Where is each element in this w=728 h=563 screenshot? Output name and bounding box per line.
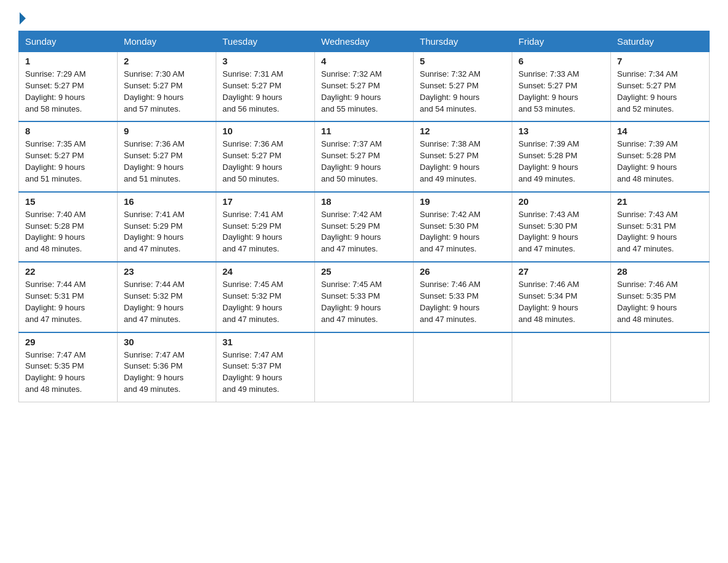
day-info: Sunrise: 7:40 AMSunset: 5:28 PMDaylight:… — [25, 209, 111, 255]
day-info: Sunrise: 7:43 AMSunset: 5:30 PMDaylight:… — [518, 209, 604, 255]
day-number: 21 — [617, 196, 703, 207]
page-header — [18, 12, 710, 25]
header-tuesday: Tuesday — [216, 31, 315, 52]
calendar-day-cell: 3Sunrise: 7:31 AMSunset: 5:27 PMDaylight… — [216, 52, 315, 122]
day-info: Sunrise: 7:46 AMSunset: 5:34 PMDaylight:… — [518, 279, 604, 325]
calendar-day-cell: 25Sunrise: 7:45 AMSunset: 5:33 PMDayligh… — [315, 262, 414, 332]
header-monday: Monday — [118, 31, 216, 52]
day-number: 29 — [25, 337, 111, 347]
day-info: Sunrise: 7:42 AMSunset: 5:29 PMDaylight:… — [321, 209, 407, 255]
calendar-day-cell: 19Sunrise: 7:42 AMSunset: 5:30 PMDayligh… — [414, 192, 512, 262]
day-number: 7 — [617, 56, 703, 66]
calendar-day-cell: 9Sunrise: 7:36 AMSunset: 5:27 PMDaylight… — [118, 121, 216, 191]
day-number: 28 — [617, 266, 703, 277]
calendar-day-cell: 29Sunrise: 7:47 AMSunset: 5:35 PMDayligh… — [19, 332, 118, 402]
day-info: Sunrise: 7:36 AMSunset: 5:27 PMDaylight:… — [222, 139, 308, 185]
calendar-day-cell: 26Sunrise: 7:46 AMSunset: 5:33 PMDayligh… — [414, 262, 512, 332]
day-number: 16 — [124, 196, 210, 207]
day-info: Sunrise: 7:42 AMSunset: 5:30 PMDaylight:… — [420, 209, 506, 255]
calendar-day-cell: 17Sunrise: 7:41 AMSunset: 5:29 PMDayligh… — [216, 192, 315, 262]
day-number: 27 — [518, 266, 604, 277]
day-info: Sunrise: 7:31 AMSunset: 5:27 PMDaylight:… — [222, 69, 308, 115]
day-number: 25 — [321, 266, 407, 277]
calendar-day-cell: 31Sunrise: 7:47 AMSunset: 5:37 PMDayligh… — [216, 332, 315, 402]
header-wednesday: Wednesday — [315, 31, 414, 52]
header-thursday: Thursday — [414, 31, 512, 52]
day-info: Sunrise: 7:34 AMSunset: 5:27 PMDaylight:… — [617, 69, 703, 115]
day-info: Sunrise: 7:46 AMSunset: 5:33 PMDaylight:… — [420, 279, 506, 325]
calendar-day-cell: 22Sunrise: 7:44 AMSunset: 5:31 PMDayligh… — [19, 262, 118, 332]
logo-arrow-icon — [20, 12, 26, 25]
calendar-day-cell: 20Sunrise: 7:43 AMSunset: 5:30 PMDayligh… — [512, 192, 611, 262]
weekday-header-row: Sunday Monday Tuesday Wednesday Thursday… — [19, 31, 710, 52]
day-number: 10 — [222, 126, 308, 136]
day-number: 13 — [518, 126, 604, 136]
day-number: 24 — [222, 266, 308, 277]
day-number: 30 — [124, 337, 210, 347]
day-number: 9 — [124, 126, 210, 136]
day-number: 5 — [420, 56, 506, 66]
day-info: Sunrise: 7:32 AMSunset: 5:27 PMDaylight:… — [420, 69, 506, 115]
day-number: 11 — [321, 126, 407, 136]
calendar-day-cell: 10Sunrise: 7:36 AMSunset: 5:27 PMDayligh… — [216, 121, 315, 191]
calendar-week-row: 22Sunrise: 7:44 AMSunset: 5:31 PMDayligh… — [19, 262, 710, 332]
calendar-week-row: 8Sunrise: 7:35 AMSunset: 5:27 PMDaylight… — [19, 121, 710, 191]
day-info: Sunrise: 7:44 AMSunset: 5:32 PMDaylight:… — [124, 279, 210, 325]
day-info: Sunrise: 7:47 AMSunset: 5:37 PMDaylight:… — [222, 350, 308, 396]
calendar-day-cell: 11Sunrise: 7:37 AMSunset: 5:27 PMDayligh… — [315, 121, 414, 191]
calendar-day-cell: 13Sunrise: 7:39 AMSunset: 5:28 PMDayligh… — [512, 121, 611, 191]
calendar-day-cell: 1Sunrise: 7:29 AMSunset: 5:27 PMDaylight… — [19, 52, 118, 122]
calendar-week-row: 29Sunrise: 7:47 AMSunset: 5:35 PMDayligh… — [19, 332, 710, 402]
calendar-day-cell: 5Sunrise: 7:32 AMSunset: 5:27 PMDaylight… — [414, 52, 512, 122]
calendar-day-cell: 16Sunrise: 7:41 AMSunset: 5:29 PMDayligh… — [118, 192, 216, 262]
day-number: 18 — [321, 196, 407, 207]
day-number: 2 — [124, 56, 210, 66]
calendar-day-cell: 23Sunrise: 7:44 AMSunset: 5:32 PMDayligh… — [118, 262, 216, 332]
day-number: 1 — [25, 56, 111, 66]
calendar-week-row: 1Sunrise: 7:29 AMSunset: 5:27 PMDaylight… — [19, 52, 710, 122]
day-info: Sunrise: 7:41 AMSunset: 5:29 PMDaylight:… — [124, 209, 210, 255]
day-number: 22 — [25, 266, 111, 277]
day-number: 14 — [617, 126, 703, 136]
day-number: 19 — [420, 196, 506, 207]
day-info: Sunrise: 7:33 AMSunset: 5:27 PMDaylight:… — [518, 69, 604, 115]
day-number: 31 — [222, 337, 308, 347]
day-info: Sunrise: 7:41 AMSunset: 5:29 PMDaylight:… — [222, 209, 308, 255]
day-info: Sunrise: 7:44 AMSunset: 5:31 PMDaylight:… — [25, 279, 111, 325]
calendar-day-cell: 7Sunrise: 7:34 AMSunset: 5:27 PMDaylight… — [611, 52, 710, 122]
day-info: Sunrise: 7:32 AMSunset: 5:27 PMDaylight:… — [321, 69, 407, 115]
day-info: Sunrise: 7:29 AMSunset: 5:27 PMDaylight:… — [25, 69, 111, 115]
calendar-day-cell: 18Sunrise: 7:42 AMSunset: 5:29 PMDayligh… — [315, 192, 414, 262]
day-number: 6 — [518, 56, 604, 66]
calendar-day-cell — [512, 332, 611, 402]
day-number: 12 — [420, 126, 506, 136]
calendar-day-cell — [414, 332, 512, 402]
calendar-day-cell: 24Sunrise: 7:45 AMSunset: 5:32 PMDayligh… — [216, 262, 315, 332]
day-number: 26 — [420, 266, 506, 277]
day-info: Sunrise: 7:30 AMSunset: 5:27 PMDaylight:… — [124, 69, 210, 115]
day-info: Sunrise: 7:46 AMSunset: 5:35 PMDaylight:… — [617, 279, 703, 325]
logo — [18, 12, 27, 25]
calendar-day-cell: 12Sunrise: 7:38 AMSunset: 5:27 PMDayligh… — [414, 121, 512, 191]
calendar-week-row: 15Sunrise: 7:40 AMSunset: 5:28 PMDayligh… — [19, 192, 710, 262]
day-info: Sunrise: 7:47 AMSunset: 5:35 PMDaylight:… — [25, 350, 111, 396]
day-number: 8 — [25, 126, 111, 136]
day-number: 15 — [25, 196, 111, 207]
day-number: 4 — [321, 56, 407, 66]
day-info: Sunrise: 7:35 AMSunset: 5:27 PMDaylight:… — [25, 139, 111, 185]
calendar-day-cell: 8Sunrise: 7:35 AMSunset: 5:27 PMDaylight… — [19, 121, 118, 191]
header-saturday: Saturday — [611, 31, 710, 52]
day-number: 20 — [518, 196, 604, 207]
calendar-day-cell — [315, 332, 414, 402]
calendar-day-cell: 6Sunrise: 7:33 AMSunset: 5:27 PMDaylight… — [512, 52, 611, 122]
day-info: Sunrise: 7:36 AMSunset: 5:27 PMDaylight:… — [124, 139, 210, 185]
day-info: Sunrise: 7:39 AMSunset: 5:28 PMDaylight:… — [617, 139, 703, 185]
calendar-day-cell: 14Sunrise: 7:39 AMSunset: 5:28 PMDayligh… — [611, 121, 710, 191]
day-number: 3 — [222, 56, 308, 66]
day-info: Sunrise: 7:45 AMSunset: 5:33 PMDaylight:… — [321, 279, 407, 325]
calendar-day-cell: 21Sunrise: 7:43 AMSunset: 5:31 PMDayligh… — [611, 192, 710, 262]
day-info: Sunrise: 7:47 AMSunset: 5:36 PMDaylight:… — [124, 350, 210, 396]
day-info: Sunrise: 7:43 AMSunset: 5:31 PMDaylight:… — [617, 209, 703, 255]
day-info: Sunrise: 7:38 AMSunset: 5:27 PMDaylight:… — [420, 139, 506, 185]
day-number: 23 — [124, 266, 210, 277]
